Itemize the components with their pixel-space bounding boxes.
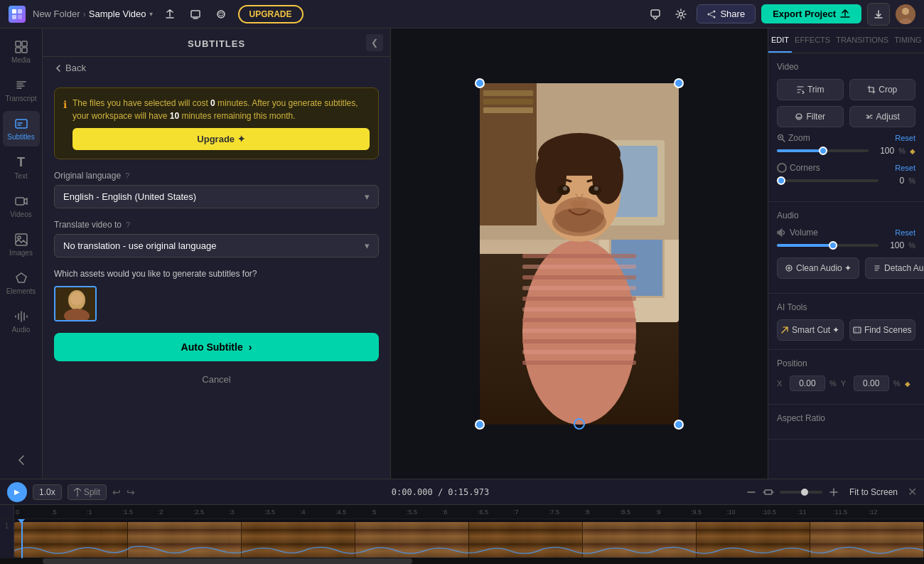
video-section-title: Video [777,62,915,72]
smart-cut-button[interactable]: Smart Cut ✦ [777,319,844,341]
export-button[interactable]: Export Project [761,4,861,23]
resize-handle-tr[interactable] [674,78,684,88]
sidebar-item-text[interactable]: T Text [3,149,40,186]
undo-button[interactable]: ↩ [112,486,121,498]
timeline-ruler: 0 .5 :1 :1.5 :2 :2.5 :3 :3.5 :4 :4.5 :5 … [0,505,924,519]
upgrade-yellow-button[interactable]: Upgrade ✦ [72,128,370,150]
preview-button[interactable] [186,4,205,24]
upload-button[interactable] [160,4,180,24]
assets-label: Which assets would you like to generate … [54,269,379,279]
fit-screen-button[interactable]: Fit to Screen [845,485,902,499]
speed-button[interactable]: 1.0x [33,484,62,500]
video-area [391,28,768,479]
timeline-scrollbar[interactable] [0,558,924,564]
svg-rect-45 [522,350,636,354]
translate-dropdown-arrow: ▾ [365,240,370,251]
pos-x-label: X [777,379,785,388]
back-button[interactable]: Back [43,57,390,79]
trim-button[interactable]: Trim [777,79,844,100]
position-section: Position X 0.00 % Y 0.00 % ◆ [768,350,924,405]
volume-slider-track[interactable] [777,244,879,247]
rotate-handle[interactable] [574,418,585,430]
pos-y-label: Y [841,379,849,388]
share-button[interactable]: Share [697,4,756,23]
split-button[interactable]: Split [68,484,107,500]
zoom-reset[interactable]: Reset [895,134,915,142]
download-button[interactable] [867,3,890,26]
track-content [14,519,924,558]
aspect-ratio-title: Aspect Ratio [777,413,915,423]
zoom-slider-track[interactable] [777,149,869,152]
position-keyframe[interactable]: ◆ [905,380,910,388]
original-language-select[interactable]: English - English (United States) ▾ [54,185,379,208]
tab-edit[interactable]: EDIT [768,28,792,53]
sidebar-item-collapse[interactable] [3,447,40,473]
audio-section-title: Audio [777,211,915,220]
ai-tools-title: AI Tools [777,302,915,312]
tab-effects[interactable]: EFFECTS [792,28,833,53]
video-track[interactable] [14,522,924,558]
pos-x-value[interactable]: 0.00 [790,376,825,391]
comments-button[interactable] [645,4,665,24]
timecode-display: 0:00.000 / 0:15.973 [392,487,489,497]
playhead[interactable] [21,519,23,558]
user-avatar[interactable] [896,4,915,24]
resize-handle-br[interactable] [674,420,684,430]
detach-audio-button[interactable]: Detach Audio [865,257,924,279]
video-frame [480,83,679,425]
timeline-zoom-out-button[interactable] [746,486,757,498]
adjust-button[interactable]: Adjust [849,106,916,127]
tab-timing[interactable]: TIMING [891,28,924,53]
volume-reset[interactable]: Reset [895,228,915,237]
find-scenes-button[interactable]: Find Scenes [849,319,916,341]
timeline-controls: ▶ 1.0x Split ↩ ↪ 0:00.000 / 0:15.973 [0,479,924,505]
redo-button[interactable]: ↪ [127,486,135,498]
svg-rect-64 [765,490,772,494]
sidebar-item-audio[interactable]: Audio [3,304,40,339]
file-name[interactable]: Sample Video [89,9,146,19]
timeline-fit-button[interactable] [763,486,774,498]
cancel-button[interactable]: Cancel [54,367,379,392]
sidebar-item-subtitles[interactable]: Subtitles [3,111,40,147]
sidebar-item-elements[interactable]: Elements [3,265,40,301]
zoom-row: Zoom Reset 100 % ◆ [777,133,915,156]
play-button[interactable]: ▶ [7,482,27,502]
original-language-help-icon[interactable]: ? [125,171,129,180]
resize-handle-bl[interactable] [475,420,485,430]
filename-dropdown-arrow[interactable]: ▾ [149,10,153,18]
translate-select[interactable]: No translation - use original language ▾ [54,234,379,257]
sidebar-item-transcript[interactable]: Transcript [3,73,40,108]
corners-slider-track[interactable] [777,179,879,182]
filter-button[interactable]: Filter [777,106,844,127]
svg-rect-36 [522,254,636,258]
svg-rect-1 [18,9,22,14]
close-timeline-button[interactable]: ✕ [908,485,917,499]
left-sidebar: Media Transcript Subtitles T Text Videos… [0,28,43,479]
zoom-keyframe[interactable]: ◆ [910,147,915,155]
sidebar-item-videos[interactable]: Videos [3,188,40,224]
settings-button[interactable] [671,4,691,24]
svg-rect-14 [16,41,21,46]
magic-button[interactable] [211,4,231,24]
app-logo [9,6,26,23]
sidebar-item-images[interactable]: Images [3,227,40,262]
subtitles-header: SUBTITLES ❮ [43,28,390,57]
sidebar-item-media[interactable]: Media [3,34,40,70]
corners-reset[interactable]: Reset [895,164,915,172]
translate-help-icon[interactable]: ? [126,220,130,229]
clean-audio-button[interactable]: Clean Audio ✦ [777,257,859,279]
crop-button[interactable]: Crop [849,79,916,100]
tab-transitions[interactable]: TRANSITIONS [833,28,891,53]
auto-subtitle-button[interactable]: Auto Subtitle › [54,333,379,361]
upgrade-button[interactable]: UPGRADE [238,5,303,23]
translate-label: Translate video to ? [54,220,379,230]
ai-tools-section: AI Tools Smart Cut ✦ Find Scenes [768,294,924,350]
svg-rect-0 [12,9,16,14]
pos-y-value[interactable]: 0.00 [854,376,889,391]
timeline-zoom-in-button[interactable] [828,486,839,498]
folder-name[interactable]: New Folder [33,9,80,19]
resize-handle-tl[interactable] [475,78,485,88]
zoom-slider-mini[interactable] [780,491,822,494]
collapse-panel-button[interactable]: ❮ [366,34,383,51]
asset-thumbnail[interactable] [54,286,97,321]
